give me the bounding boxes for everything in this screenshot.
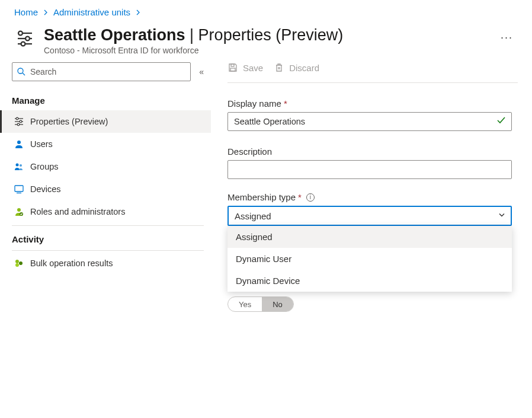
breadcrumb-admin-units[interactable]: Administrative units — [53, 7, 130, 17]
toolbar: Save Discard — [227, 62, 518, 83]
svg-point-4 — [25, 37, 30, 41]
svg-point-13 — [17, 124, 20, 126]
sliders-icon — [14, 116, 24, 127]
svg-point-11 — [16, 118, 18, 120]
collapse-sidebar-button[interactable]: « — [199, 67, 204, 76]
nav-item-label: Users — [30, 139, 53, 149]
svg-point-21 — [15, 260, 19, 263]
chevron-right-icon — [43, 7, 49, 17]
svg-point-5 — [21, 42, 25, 46]
bulk-icon — [14, 258, 24, 269]
svg-point-3 — [18, 31, 23, 36]
nav-item-label: Devices — [30, 184, 61, 194]
membership-type-label: Membership type * i — [227, 192, 518, 202]
svg-point-19 — [17, 208, 21, 212]
svg-point-14 — [17, 141, 21, 144]
save-icon — [227, 62, 238, 73]
dropdown-item-dynamic-device[interactable]: Dynamic Device — [227, 270, 512, 292]
admin-icon — [14, 206, 24, 217]
user-icon — [14, 139, 24, 149]
page-subtitle: Contoso - Microsoft Entra ID for workfor… — [44, 46, 488, 55]
svg-point-6 — [18, 68, 23, 74]
chevron-right-icon — [135, 7, 141, 17]
svg-point-15 — [16, 164, 19, 167]
group-icon — [14, 161, 24, 172]
nav-item-label: Roles and administrators — [30, 207, 125, 216]
nav-section-activity: Activity — [12, 229, 204, 251]
dropdown-item-assigned[interactable]: Assigned — [227, 226, 512, 248]
svg-rect-25 — [230, 68, 235, 71]
restricted-toggle[interactable]: Yes No — [227, 296, 294, 312]
main-content: Save Discard Display name * — [211, 60, 532, 319]
svg-rect-24 — [231, 64, 234, 66]
toggle-yes[interactable]: Yes — [228, 297, 262, 311]
sidebar: « Manage Properties (Preview) — [0, 60, 211, 319]
admin-unit-icon — [14, 28, 36, 49]
info-icon[interactable]: i — [306, 193, 315, 202]
breadcrumb: Home Administrative units — [0, 0, 532, 22]
nav-item-users[interactable]: Users — [0, 133, 211, 155]
nav-item-bulk[interactable]: Bulk operation results — [0, 252, 211, 275]
trash-icon — [274, 62, 284, 73]
svg-point-16 — [20, 164, 22, 167]
svg-point-23 — [15, 263, 19, 267]
nav-item-label: Bulk operation results — [30, 259, 113, 268]
description-label: Description — [227, 146, 518, 157]
toggle-no[interactable]: No — [262, 297, 293, 311]
nav-item-label: Groups — [30, 162, 59, 171]
page-title: Seattle Operations | Properties (Preview… — [44, 25, 488, 44]
nav-item-label: Properties (Preview) — [30, 117, 108, 126]
save-button[interactable]: Save — [227, 62, 263, 73]
svg-point-22 — [19, 261, 23, 265]
membership-type-dropdown: Assigned Dynamic User Dynamic Device — [227, 226, 512, 292]
nav-item-devices[interactable]: Devices — [0, 178, 211, 200]
search-input[interactable] — [12, 62, 191, 81]
chevron-down-icon — [498, 211, 506, 221]
dropdown-item-dynamic-user[interactable]: Dynamic User — [227, 248, 512, 270]
nav-item-roles[interactable]: Roles and administrators — [0, 200, 211, 223]
svg-rect-17 — [15, 186, 23, 192]
nav-section-manage: Manage — [12, 91, 204, 110]
description-input[interactable] — [227, 160, 512, 179]
nav-item-groups[interactable]: Groups — [0, 155, 211, 178]
page-header: Seattle Operations | Properties (Preview… — [0, 22, 532, 60]
svg-point-12 — [20, 121, 22, 123]
display-name-input[interactable] — [227, 112, 512, 131]
discard-button[interactable]: Discard — [274, 62, 319, 73]
svg-line-7 — [23, 73, 25, 75]
device-icon — [14, 184, 24, 194]
check-icon — [496, 116, 506, 127]
breadcrumb-home[interactable]: Home — [14, 7, 38, 17]
search-icon — [17, 67, 26, 76]
more-actions-button[interactable]: ··· — [496, 29, 518, 46]
membership-type-select[interactable]: Assigned — [227, 206, 512, 226]
nav-item-properties[interactable]: Properties (Preview) — [0, 110, 211, 133]
display-name-label: Display name * — [227, 98, 518, 109]
